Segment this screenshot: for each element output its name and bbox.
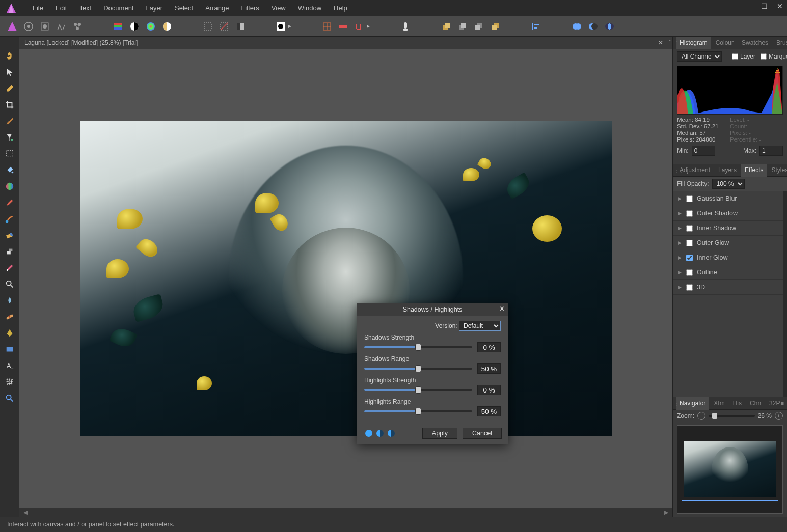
flood-fill-tool-icon[interactable] (5, 165, 15, 175)
preview-mirror-icon[interactable] (388, 430, 395, 437)
zoom-slider[interactable] (709, 415, 755, 417)
effect-item-outer-glow[interactable]: ▶Outer Glow (673, 236, 783, 250)
effect-checkbox[interactable] (686, 225, 693, 232)
clone-tool-icon[interactable] (5, 246, 15, 257)
slider-highlights-strength[interactable] (364, 389, 472, 391)
selection-all-icon[interactable] (202, 20, 214, 33)
menu-window[interactable]: Window (292, 0, 328, 16)
arrange-back-icon[interactable] (489, 20, 501, 33)
histogram-min-input[interactable] (692, 146, 715, 156)
histogram-max-input[interactable] (759, 146, 783, 156)
selection-invert-icon[interactable] (234, 20, 247, 33)
chevron-up-icon[interactable]: ˄ (668, 39, 671, 46)
selection-brush-tool-icon[interactable] (5, 116, 15, 126)
effect-item-inner-glow[interactable]: ▶Inner Glow (673, 250, 783, 265)
assistant-icon[interactable] (399, 20, 412, 33)
menu-edit[interactable]: Edit (49, 0, 73, 16)
tab-layers[interactable]: Layers (715, 164, 740, 177)
tab-chn[interactable]: Chn (746, 397, 765, 410)
selection-none-icon[interactable] (218, 20, 230, 33)
pen-tool-icon[interactable] (5, 328, 15, 338)
effect-item-inner-shadow[interactable]: ▶Inner Shadow (673, 221, 783, 236)
panel-drag-handle-icon[interactable]: ⋮⋮ (674, 167, 684, 173)
fill-opacity-select[interactable]: 100 % (712, 179, 745, 189)
hand-tool-icon[interactable] (5, 51, 15, 61)
marquee-tool-icon[interactable] (5, 149, 15, 159)
slider-shadows-range[interactable] (364, 368, 472, 370)
tab-effects[interactable]: Effects (741, 164, 767, 177)
menu-document[interactable]: Document (97, 0, 140, 16)
tab-styles[interactable]: Styles (768, 164, 787, 177)
zoom-in-button[interactable]: + (775, 412, 783, 420)
arrange-forward-icon[interactable] (456, 20, 469, 33)
erase-tool-icon[interactable] (5, 230, 15, 240)
histogram-layer-checkbox[interactable]: Layer (732, 53, 755, 60)
document-tab-close-icon[interactable]: ✕ (658, 39, 663, 46)
slider-value-input[interactable] (477, 406, 501, 416)
menu-view[interactable]: View (265, 0, 292, 16)
align-icon[interactable] (530, 20, 542, 33)
healing-tool-icon[interactable] (5, 312, 15, 322)
ruler-icon[interactable] (337, 20, 349, 33)
menu-arrange[interactable]: Arrange (199, 0, 235, 16)
effect-item-outer-shadow[interactable]: ▶Outer Shadow (673, 206, 783, 221)
menu-file[interactable]: File (26, 0, 49, 16)
persona-photo-icon[interactable] (6, 20, 18, 33)
navigator-preview[interactable] (677, 425, 783, 514)
quickmask-icon[interactable] (275, 20, 292, 33)
boolean-subtract-icon[interactable] (587, 20, 599, 33)
persona-liquify-icon[interactable] (22, 20, 35, 33)
tab-xfm[interactable]: Xfm (710, 397, 728, 410)
tab-his[interactable]: His (729, 397, 745, 410)
slider-value-input[interactable] (477, 363, 501, 374)
boolean-add-icon[interactable] (571, 20, 583, 33)
effect-item-gaussian-blur[interactable]: ▶Gaussian Blur (673, 191, 783, 206)
effect-checkbox[interactable] (686, 284, 693, 291)
snapping-icon[interactable] (354, 20, 371, 33)
effect-item-outline[interactable]: ▶Outline (673, 265, 783, 280)
zoom-out-button[interactable]: − (697, 412, 705, 420)
menu-help[interactable]: Help (328, 0, 354, 16)
rectangle-tool-icon[interactable] (5, 344, 15, 354)
effect-checkbox[interactable] (686, 255, 693, 261)
persona-tonemap-icon[interactable] (55, 20, 67, 33)
window-close-icon[interactable]: ✕ (777, 2, 783, 10)
adjust-palette-icon[interactable] (112, 20, 124, 33)
grid-icon[interactable] (321, 20, 333, 33)
dialog-close-icon[interactable]: ✕ (499, 305, 505, 313)
menu-text[interactable]: Text (73, 0, 97, 16)
zoom-tool-icon[interactable] (5, 393, 15, 403)
persona-develop-icon[interactable] (39, 20, 51, 33)
menu-select[interactable]: Select (169, 0, 199, 16)
blur-tool-icon[interactable] (5, 295, 15, 305)
gradient-tool-icon[interactable] (5, 181, 15, 191)
preview-before-icon[interactable] (365, 430, 372, 437)
tab-swatches[interactable]: Swatches (738, 37, 772, 49)
apply-button[interactable]: Apply (422, 428, 457, 439)
effect-checkbox[interactable] (686, 210, 693, 217)
dodge-tool-icon[interactable] (5, 279, 15, 289)
paint-mixer-brush-tool-icon[interactable] (5, 214, 15, 224)
dialog-titlebar[interactable]: Shadows / Highlights ✕ (357, 303, 508, 316)
horizontal-scrollbar[interactable]: ◀ ▶ (19, 508, 672, 517)
panel-menu-icon[interactable]: ≡ (781, 400, 784, 406)
histogram-marquee-checkbox[interactable]: Marquee (761, 53, 787, 60)
scroll-right-icon[interactable]: ▶ (664, 509, 668, 516)
panel-drag-handle-icon[interactable]: ⋮⋮ (674, 401, 684, 406)
tab-brushes[interactable]: Brushes (773, 37, 787, 49)
slider-highlights-range[interactable] (364, 410, 472, 412)
move-tool-icon[interactable] (5, 67, 15, 77)
panel-drag-handle-icon[interactable]: ⋮⋮ (674, 40, 684, 46)
boolean-intersect-icon[interactable] (603, 20, 615, 33)
effect-item-3d[interactable]: ▶3D (673, 280, 783, 295)
window-minimize-icon[interactable]: — (745, 2, 752, 10)
effect-checkbox[interactable] (686, 240, 693, 246)
crop-tool-icon[interactable] (5, 100, 15, 110)
menu-layer[interactable]: Layer (140, 0, 169, 16)
version-select[interactable]: Default (459, 321, 501, 331)
adjust-bw-icon[interactable] (128, 20, 141, 33)
effect-checkbox[interactable] (686, 195, 693, 202)
preview-split-icon[interactable] (376, 430, 384, 437)
persona-export-icon[interactable] (71, 20, 84, 33)
text-tool-icon[interactable]: A (5, 360, 15, 371)
